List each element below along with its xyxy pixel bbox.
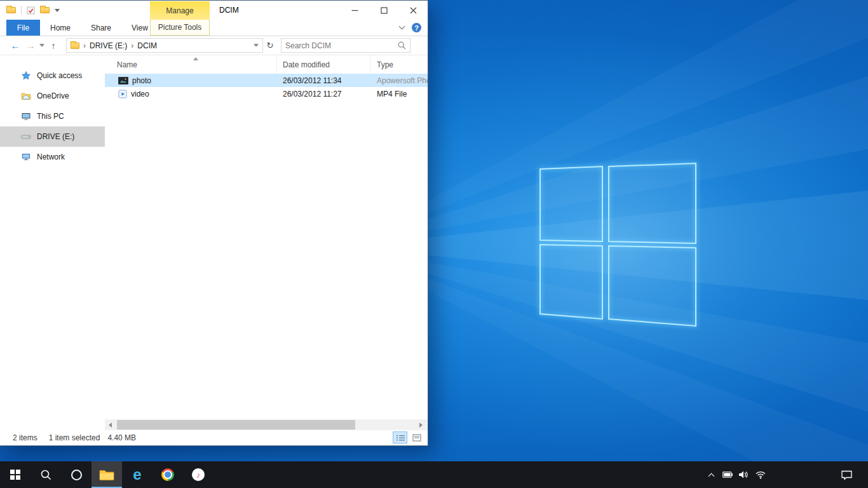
column-headers: Name Date modified Type (105, 55, 428, 74)
volume-indicator[interactable] (736, 461, 752, 488)
search-icon (40, 469, 51, 480)
file-name: photo (132, 76, 151, 85)
action-center-icon (841, 470, 852, 480)
expand-ribbon-icon[interactable] (399, 24, 405, 30)
sidebar-item-label: DRIVE (E:) (37, 132, 74, 141)
system-tray (703, 461, 769, 488)
chevron-up-icon (708, 473, 714, 479)
breadcrumb-folder[interactable]: DCIM (137, 41, 157, 50)
quick-access-toolbar (0, 1, 60, 20)
network-icon (21, 152, 31, 162)
ribbon-right-controls: ? (400, 20, 421, 36)
breadcrumb-drive[interactable]: DRIVE (E:) (90, 41, 127, 50)
sidebar-item-onedrive[interactable]: OneDrive (0, 86, 105, 106)
window-controls (340, 1, 428, 20)
large-icons-view-button[interactable] (409, 431, 424, 444)
titlebar[interactable]: Manage DCIM (0, 1, 428, 20)
itunes-button[interactable]: ♪ (183, 461, 214, 488)
recent-locations-caret-icon[interactable] (38, 44, 46, 47)
sort-ascending-icon[interactable] (193, 57, 198, 60)
tab-file[interactable]: File (6, 20, 40, 36)
scroll-right-arrow[interactable] (416, 419, 426, 430)
computer-icon (21, 111, 31, 121)
onedrive-icon (21, 91, 31, 101)
view-toggles (393, 431, 424, 444)
cortana-icon (71, 470, 82, 480)
customize-qat-caret-icon[interactable] (55, 9, 60, 12)
column-header-name[interactable]: Name (105, 55, 277, 74)
speaker-icon (739, 471, 749, 478)
status-selected-size: 4.40 MB (107, 433, 136, 442)
video-file-icon (118, 90, 127, 98)
explorer-content: Quick access OneDrive (0, 55, 428, 430)
battery-indicator[interactable] (719, 461, 736, 488)
taskbar: e ♪ (0, 461, 868, 488)
file-name: video (131, 90, 149, 98)
chrome-icon (161, 468, 174, 481)
search-input[interactable] (285, 41, 398, 50)
battery-icon (722, 471, 733, 478)
sidebar-item-network[interactable]: Network (0, 147, 105, 167)
address-bar-row: ← → ↑ › DRIVE (E:) › DCIM ↻ (0, 36, 428, 55)
sidebar-item-quick-access[interactable]: Quick access (0, 65, 105, 86)
cortana-button[interactable] (61, 461, 92, 488)
tab-home[interactable]: Home (40, 20, 81, 36)
chrome-button[interactable] (153, 461, 183, 488)
properties-icon[interactable] (27, 6, 35, 15)
up-button[interactable]: ↑ (46, 38, 61, 53)
new-folder-icon[interactable] (40, 7, 50, 13)
file-row-video[interactable]: video 26/03/2012 11:27 MP4 File (105, 87, 428, 100)
window-title: DCIM (219, 1, 239, 20)
help-icon[interactable]: ? (412, 23, 421, 32)
horizontal-scrollbar[interactable] (105, 419, 428, 430)
ribbon-tab-row: File Home Share View Picture Tools ? (0, 20, 428, 36)
sidebar-item-drive-e[interactable]: DRIVE (E:) (0, 126, 105, 147)
navigation-pane: Quick access OneDrive (0, 55, 105, 430)
contextual-group-manage[interactable]: Manage (150, 1, 210, 20)
windows-start-icon (10, 470, 20, 480)
taskbar-search-button[interactable] (31, 461, 61, 488)
minimize-button[interactable] (340, 1, 369, 20)
search-box[interactable] (281, 38, 410, 53)
file-list-area: Name Date modified Type ph (105, 55, 428, 430)
maximize-button[interactable] (369, 1, 398, 20)
scrollbar-thumb[interactable] (117, 420, 355, 430)
tab-picture-tools[interactable]: Picture Tools (150, 20, 210, 36)
details-view-button[interactable] (393, 431, 407, 444)
forward-button[interactable]: → (23, 38, 38, 53)
internet-explorer-icon: e (133, 467, 141, 482)
internet-explorer-button[interactable]: e (122, 461, 153, 488)
sidebar-item-label: This PC (37, 112, 64, 121)
address-dropdown-caret-icon[interactable] (254, 44, 259, 47)
action-center-button[interactable] (834, 461, 859, 488)
photo-file-icon (118, 77, 128, 85)
sidebar-item-label: Network (37, 152, 65, 161)
date-cell: 26/03/2012 11:27 (277, 90, 371, 98)
column-header-type[interactable]: Type (371, 55, 428, 74)
file-rows: photo 26/03/2012 11:34 Apowersoft Pho (105, 74, 428, 419)
tab-share[interactable]: Share (81, 20, 121, 36)
back-button[interactable]: ← (8, 38, 23, 53)
sidebar-item-this-pc[interactable]: This PC (0, 106, 105, 126)
type-cell: Apowersoft Pho (371, 76, 428, 85)
drive-icon (21, 132, 31, 142)
explorer-icon[interactable] (6, 7, 16, 13)
file-row-photo[interactable]: photo 26/03/2012 11:34 Apowersoft Pho (105, 74, 428, 87)
status-bar: 2 items 1 item selected 4.40 MB (0, 430, 428, 445)
crumb-separator: › (83, 41, 86, 50)
hidden-icons-button[interactable] (703, 461, 719, 488)
column-header-date-modified[interactable]: Date modified (277, 55, 371, 74)
close-button[interactable] (398, 1, 428, 20)
search-icon (398, 41, 406, 50)
sidebar-item-label: Quick access (37, 71, 82, 80)
itunes-icon: ♪ (192, 468, 205, 481)
refresh-button[interactable]: ↻ (263, 38, 277, 53)
start-button[interactable] (0, 461, 31, 488)
name-cell: video (105, 90, 277, 98)
address-bar[interactable]: › DRIVE (E:) › DCIM (66, 38, 263, 53)
scroll-left-arrow[interactable] (105, 419, 116, 430)
file-explorer-icon (99, 469, 114, 480)
taskbar-file-explorer-button[interactable] (92, 461, 122, 488)
network-indicator[interactable] (752, 461, 769, 488)
type-cell: MP4 File (371, 90, 428, 98)
